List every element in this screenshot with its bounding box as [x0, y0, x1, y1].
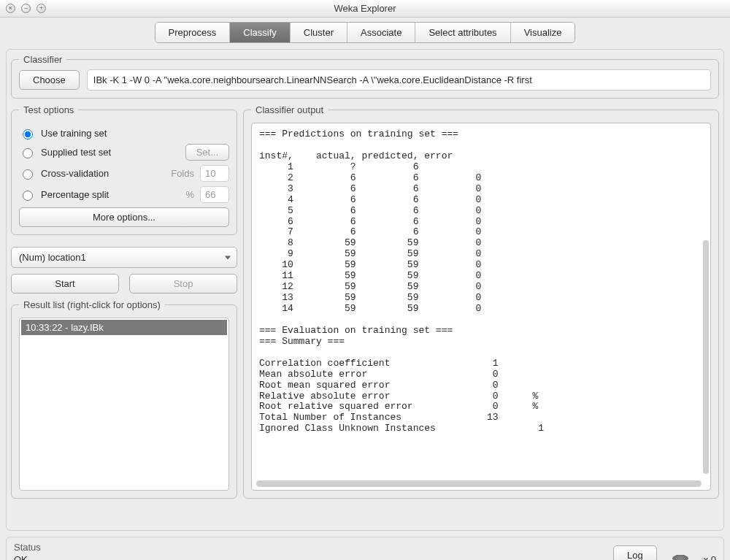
vertical-scrollbar[interactable] — [703, 240, 709, 474]
classifier-legend: Classifier — [19, 54, 66, 65]
percent-symbol: % — [185, 189, 194, 200]
output-text: === Predictions on training set === inst… — [259, 129, 544, 434]
radio-use-training[interactable] — [23, 129, 33, 139]
tabset: PreprocessClassifyClusterAssociateSelect… — [155, 22, 576, 43]
result-item[interactable]: 10:33:22 - lazy.IBk — [21, 320, 227, 335]
classifier-output-legend: Classifier output — [251, 104, 328, 115]
stop-button[interactable]: Stop — [129, 274, 237, 294]
class-attribute-select[interactable]: (Num) location1 — [11, 247, 237, 268]
tab-cluster[interactable]: Cluster — [291, 23, 347, 42]
set-button[interactable]: Set... — [185, 144, 229, 161]
zoom-icon[interactable]: + — [36, 4, 46, 13]
log-button[interactable]: Log — [613, 545, 657, 560]
folds-field[interactable]: 10 — [200, 165, 229, 182]
supplied-test-label: Supplied test set — [41, 147, 111, 158]
radio-supplied-test-set[interactable] — [23, 148, 33, 158]
main-frame: Classifier Choose IBk -K 1 -W 0 -A "weka… — [6, 49, 724, 531]
status-text: OK — [14, 554, 604, 560]
start-button[interactable]: Start — [11, 274, 119, 294]
classifier-command-field[interactable]: IBk -K 1 -W 0 -A "weka.core.neighboursea… — [87, 69, 711, 91]
use-training-label: Use training set — [41, 128, 107, 139]
tabstrip: PreprocessClassifyClusterAssociateSelect… — [0, 18, 730, 43]
more-options-button[interactable]: More options... — [19, 207, 229, 227]
tab-associate[interactable]: Associate — [347, 23, 415, 42]
folds-label: Folds — [171, 168, 194, 179]
tab-classify[interactable]: Classify — [230, 23, 291, 42]
titlebar: × − + Weka Explorer — [0, 0, 730, 18]
window-title: Weka Explorer — [0, 3, 730, 14]
horizontal-scrollbar[interactable] — [256, 480, 702, 487]
classifier-group: Classifier Choose IBk -K 1 -W 0 -A "weka… — [11, 54, 719, 99]
cross-validation-label: Cross-validation — [41, 168, 109, 179]
status-bar: Status OK Log x 0 — [6, 537, 724, 560]
result-list-legend: Result list (right-click for options) — [19, 299, 165, 310]
radio-cross-validation[interactable] — [23, 169, 33, 180]
test-options-legend: Test options — [19, 104, 78, 115]
task-count: x 0 — [704, 554, 716, 560]
tab-select-attributes[interactable]: Select attributes — [415, 23, 510, 42]
close-icon[interactable]: × — [6, 4, 15, 13]
test-options-group: Test options Use training set Supplied t… — [11, 104, 237, 235]
status-legend: Status — [14, 542, 604, 553]
percent-field[interactable]: 66 — [200, 186, 229, 203]
tab-preprocess[interactable]: Preprocess — [155, 23, 231, 42]
window-controls: × − + — [6, 4, 46, 13]
classifier-output-text[interactable]: === Predictions on training set === inst… — [251, 123, 711, 491]
radio-percentage-split[interactable] — [23, 191, 33, 201]
weka-bird-icon — [666, 551, 695, 560]
result-list-group: Result list (right-click for options) 10… — [11, 299, 237, 499]
classifier-output-group: Classifier output === Predictions on tra… — [243, 104, 719, 499]
minimize-icon[interactable]: − — [21, 4, 31, 13]
tab-visualize[interactable]: Visualize — [511, 23, 575, 42]
choose-button[interactable]: Choose — [19, 70, 80, 90]
result-list[interactable]: 10:33:22 - lazy.IBk — [19, 318, 229, 491]
percentage-split-label: Percentage split — [41, 189, 109, 200]
